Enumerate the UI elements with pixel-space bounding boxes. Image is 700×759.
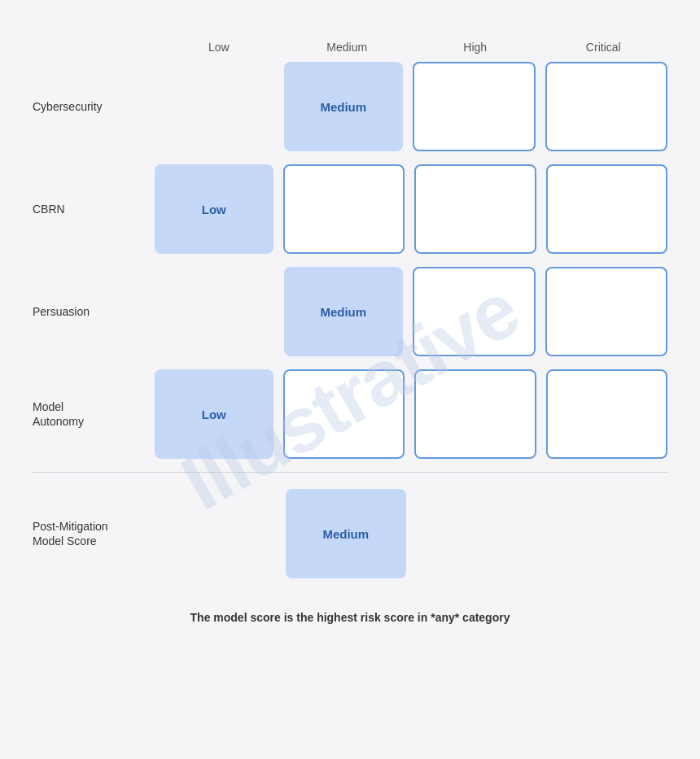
cell-cybersecurity-low[interactable]	[155, 62, 274, 151]
cell-persuasion-medium[interactable]: Medium	[284, 267, 404, 356]
post-mitigation-section: Post-Mitigation Model Score Medium	[33, 489, 667, 578]
cell-cybersecurity-medium[interactable]: Medium	[284, 62, 404, 151]
post-mitigation-cells: Medium	[155, 489, 667, 578]
cell-cybersecurity-high[interactable]	[413, 62, 536, 151]
col-header-critical: Critical	[540, 41, 668, 54]
footer-note: The model score is the highest risk scor…	[190, 611, 510, 624]
row-cybersecurity: Cybersecurity Medium	[33, 62, 667, 151]
cell-autonomy-critical[interactable]	[546, 369, 668, 459]
cell-cbrn-critical[interactable]	[546, 164, 668, 254]
cell-autonomy-high[interactable]	[414, 369, 536, 459]
cells-cybersecurity: Medium	[155, 62, 667, 151]
col-header-high: High	[411, 41, 540, 54]
cell-persuasion-low[interactable]	[155, 267, 274, 356]
col-header-medium: Medium	[283, 41, 412, 54]
post-cell-medium[interactable]: Medium	[286, 489, 407, 578]
row-cbrn: CBRN Low	[33, 164, 667, 254]
cells-cbrn: Low	[155, 164, 667, 254]
cell-persuasion-high[interactable]	[413, 267, 536, 356]
row-label-model-autonomy: Model Autonomy	[33, 399, 155, 429]
row-model-autonomy: Model Autonomy Low	[33, 369, 667, 459]
cell-autonomy-medium[interactable]	[283, 369, 405, 459]
row-label-persuasion: Persuasion	[33, 304, 155, 319]
row-label-post-mitigation: Post-Mitigation Model Score	[33, 519, 155, 548]
cell-cybersecurity-critical[interactable]	[545, 62, 668, 151]
grid-wrapper: Low Medium High Critical Cybersecurity M…	[33, 41, 667, 578]
cell-cbrn-high[interactable]	[414, 164, 536, 254]
section-divider	[33, 472, 667, 473]
row-persuasion: Persuasion Medium	[33, 267, 667, 356]
post-cell-low[interactable]	[155, 489, 276, 578]
cell-cbrn-medium[interactable]	[283, 164, 405, 254]
post-cell-high[interactable]	[416, 489, 537, 578]
column-headers: Low Medium High Critical	[155, 41, 667, 54]
post-mitigation-row: Post-Mitigation Model Score Medium	[33, 489, 667, 578]
row-label-cbrn: CBRN	[33, 202, 155, 216]
post-cell-critical[interactable]	[547, 489, 668, 578]
page-container: Illustrative Low Medium High Critical Cy…	[16, 16, 684, 759]
cells-persuasion: Medium	[155, 267, 667, 356]
cell-cbrn-low[interactable]: Low	[155, 164, 273, 254]
cells-model-autonomy: Low	[155, 369, 667, 459]
row-label-cybersecurity: Cybersecurity	[33, 99, 155, 114]
cell-autonomy-low[interactable]: Low	[155, 369, 273, 459]
grid-section: Cybersecurity Medium CBRN Low	[33, 62, 667, 459]
col-header-low: Low	[155, 41, 283, 54]
cell-persuasion-critical[interactable]	[545, 267, 668, 356]
